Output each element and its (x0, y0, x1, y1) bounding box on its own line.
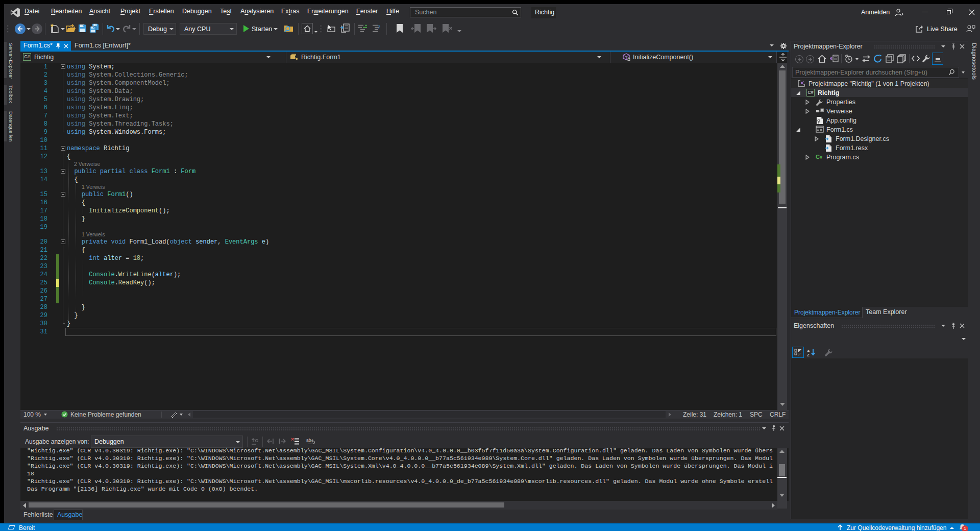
svg-text:Z: Z (807, 353, 810, 356)
svg-text:ab: ab (306, 438, 311, 443)
svg-text:?: ? (378, 25, 380, 30)
